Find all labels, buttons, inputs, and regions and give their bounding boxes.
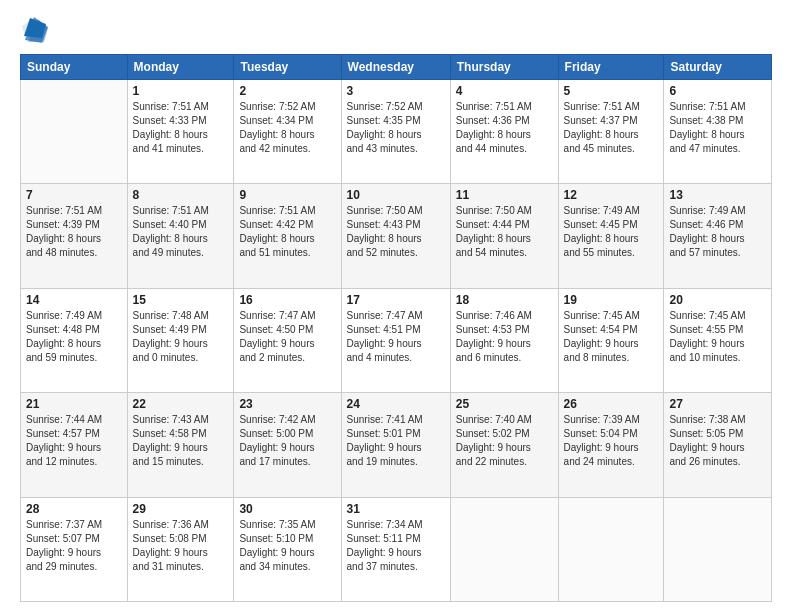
day-info: Sunrise: 7:51 AM Sunset: 4:39 PM Dayligh… <box>26 204 122 260</box>
day-number: 7 <box>26 188 122 202</box>
calendar-table: SundayMondayTuesdayWednesdayThursdayFrid… <box>20 54 772 602</box>
week-row-3: 21Sunrise: 7:44 AM Sunset: 4:57 PM Dayli… <box>21 393 772 497</box>
day-number: 30 <box>239 502 335 516</box>
svg-marker-3 <box>24 18 46 38</box>
calendar-cell: 22Sunrise: 7:43 AM Sunset: 4:58 PM Dayli… <box>127 393 234 497</box>
header-day-tuesday: Tuesday <box>234 55 341 80</box>
logo-icon <box>20 16 48 44</box>
day-number: 6 <box>669 84 766 98</box>
day-number: 19 <box>564 293 659 307</box>
calendar-cell: 11Sunrise: 7:50 AM Sunset: 4:44 PM Dayli… <box>450 184 558 288</box>
day-info: Sunrise: 7:50 AM Sunset: 4:43 PM Dayligh… <box>347 204 445 260</box>
calendar-cell: 19Sunrise: 7:45 AM Sunset: 4:54 PM Dayli… <box>558 288 664 392</box>
header-day-saturday: Saturday <box>664 55 772 80</box>
day-number: 20 <box>669 293 766 307</box>
header <box>20 16 772 44</box>
day-number: 9 <box>239 188 335 202</box>
day-number: 25 <box>456 397 553 411</box>
calendar-cell: 25Sunrise: 7:40 AM Sunset: 5:02 PM Dayli… <box>450 393 558 497</box>
day-info: Sunrise: 7:45 AM Sunset: 4:54 PM Dayligh… <box>564 309 659 365</box>
calendar-cell: 3Sunrise: 7:52 AM Sunset: 4:35 PM Daylig… <box>341 80 450 184</box>
day-info: Sunrise: 7:51 AM Sunset: 4:33 PM Dayligh… <box>133 100 229 156</box>
calendar-cell: 14Sunrise: 7:49 AM Sunset: 4:48 PM Dayli… <box>21 288 128 392</box>
calendar-cell: 29Sunrise: 7:36 AM Sunset: 5:08 PM Dayli… <box>127 497 234 601</box>
day-info: Sunrise: 7:45 AM Sunset: 4:55 PM Dayligh… <box>669 309 766 365</box>
calendar-cell: 23Sunrise: 7:42 AM Sunset: 5:00 PM Dayli… <box>234 393 341 497</box>
day-info: Sunrise: 7:49 AM Sunset: 4:48 PM Dayligh… <box>26 309 122 365</box>
week-row-4: 28Sunrise: 7:37 AM Sunset: 5:07 PM Dayli… <box>21 497 772 601</box>
day-info: Sunrise: 7:49 AM Sunset: 4:46 PM Dayligh… <box>669 204 766 260</box>
header-day-wednesday: Wednesday <box>341 55 450 80</box>
day-info: Sunrise: 7:36 AM Sunset: 5:08 PM Dayligh… <box>133 518 229 574</box>
day-info: Sunrise: 7:52 AM Sunset: 4:35 PM Dayligh… <box>347 100 445 156</box>
day-info: Sunrise: 7:51 AM Sunset: 4:36 PM Dayligh… <box>456 100 553 156</box>
calendar-cell: 24Sunrise: 7:41 AM Sunset: 5:01 PM Dayli… <box>341 393 450 497</box>
day-number: 24 <box>347 397 445 411</box>
day-number: 18 <box>456 293 553 307</box>
calendar-cell: 6Sunrise: 7:51 AM Sunset: 4:38 PM Daylig… <box>664 80 772 184</box>
day-number: 29 <box>133 502 229 516</box>
day-info: Sunrise: 7:51 AM Sunset: 4:40 PM Dayligh… <box>133 204 229 260</box>
header-day-friday: Friday <box>558 55 664 80</box>
day-number: 12 <box>564 188 659 202</box>
day-info: Sunrise: 7:47 AM Sunset: 4:51 PM Dayligh… <box>347 309 445 365</box>
day-info: Sunrise: 7:43 AM Sunset: 4:58 PM Dayligh… <box>133 413 229 469</box>
calendar-cell <box>21 80 128 184</box>
calendar-cell: 8Sunrise: 7:51 AM Sunset: 4:40 PM Daylig… <box>127 184 234 288</box>
calendar-cell: 26Sunrise: 7:39 AM Sunset: 5:04 PM Dayli… <box>558 393 664 497</box>
calendar-cell: 4Sunrise: 7:51 AM Sunset: 4:36 PM Daylig… <box>450 80 558 184</box>
day-number: 26 <box>564 397 659 411</box>
calendar-cell: 27Sunrise: 7:38 AM Sunset: 5:05 PM Dayli… <box>664 393 772 497</box>
calendar-cell: 10Sunrise: 7:50 AM Sunset: 4:43 PM Dayli… <box>341 184 450 288</box>
day-number: 10 <box>347 188 445 202</box>
day-info: Sunrise: 7:41 AM Sunset: 5:01 PM Dayligh… <box>347 413 445 469</box>
day-number: 8 <box>133 188 229 202</box>
calendar-cell: 16Sunrise: 7:47 AM Sunset: 4:50 PM Dayli… <box>234 288 341 392</box>
day-number: 3 <box>347 84 445 98</box>
day-info: Sunrise: 7:49 AM Sunset: 4:45 PM Dayligh… <box>564 204 659 260</box>
day-info: Sunrise: 7:40 AM Sunset: 5:02 PM Dayligh… <box>456 413 553 469</box>
day-info: Sunrise: 7:51 AM Sunset: 4:42 PM Dayligh… <box>239 204 335 260</box>
calendar-cell: 20Sunrise: 7:45 AM Sunset: 4:55 PM Dayli… <box>664 288 772 392</box>
header-day-sunday: Sunday <box>21 55 128 80</box>
calendar-cell: 15Sunrise: 7:48 AM Sunset: 4:49 PM Dayli… <box>127 288 234 392</box>
day-info: Sunrise: 7:42 AM Sunset: 5:00 PM Dayligh… <box>239 413 335 469</box>
header-day-thursday: Thursday <box>450 55 558 80</box>
day-info: Sunrise: 7:38 AM Sunset: 5:05 PM Dayligh… <box>669 413 766 469</box>
calendar-cell: 2Sunrise: 7:52 AM Sunset: 4:34 PM Daylig… <box>234 80 341 184</box>
calendar-cell: 18Sunrise: 7:46 AM Sunset: 4:53 PM Dayli… <box>450 288 558 392</box>
day-number: 1 <box>133 84 229 98</box>
week-row-1: 7Sunrise: 7:51 AM Sunset: 4:39 PM Daylig… <box>21 184 772 288</box>
week-row-2: 14Sunrise: 7:49 AM Sunset: 4:48 PM Dayli… <box>21 288 772 392</box>
day-info: Sunrise: 7:50 AM Sunset: 4:44 PM Dayligh… <box>456 204 553 260</box>
calendar-cell <box>664 497 772 601</box>
day-number: 13 <box>669 188 766 202</box>
day-info: Sunrise: 7:37 AM Sunset: 5:07 PM Dayligh… <box>26 518 122 574</box>
day-number: 5 <box>564 84 659 98</box>
calendar-cell: 12Sunrise: 7:49 AM Sunset: 4:45 PM Dayli… <box>558 184 664 288</box>
day-info: Sunrise: 7:46 AM Sunset: 4:53 PM Dayligh… <box>456 309 553 365</box>
calendar-cell: 7Sunrise: 7:51 AM Sunset: 4:39 PM Daylig… <box>21 184 128 288</box>
calendar-cell: 13Sunrise: 7:49 AM Sunset: 4:46 PM Dayli… <box>664 184 772 288</box>
calendar-cell: 28Sunrise: 7:37 AM Sunset: 5:07 PM Dayli… <box>21 497 128 601</box>
header-row: SundayMondayTuesdayWednesdayThursdayFrid… <box>21 55 772 80</box>
calendar-cell: 21Sunrise: 7:44 AM Sunset: 4:57 PM Dayli… <box>21 393 128 497</box>
day-info: Sunrise: 7:51 AM Sunset: 4:38 PM Dayligh… <box>669 100 766 156</box>
calendar-cell: 9Sunrise: 7:51 AM Sunset: 4:42 PM Daylig… <box>234 184 341 288</box>
week-row-0: 1Sunrise: 7:51 AM Sunset: 4:33 PM Daylig… <box>21 80 772 184</box>
day-number: 11 <box>456 188 553 202</box>
day-number: 17 <box>347 293 445 307</box>
logo <box>20 16 52 44</box>
day-info: Sunrise: 7:48 AM Sunset: 4:49 PM Dayligh… <box>133 309 229 365</box>
calendar-cell: 31Sunrise: 7:34 AM Sunset: 5:11 PM Dayli… <box>341 497 450 601</box>
day-number: 15 <box>133 293 229 307</box>
calendar-cell <box>450 497 558 601</box>
day-number: 2 <box>239 84 335 98</box>
page: SundayMondayTuesdayWednesdayThursdayFrid… <box>0 0 792 612</box>
day-number: 16 <box>239 293 335 307</box>
calendar-cell: 17Sunrise: 7:47 AM Sunset: 4:51 PM Dayli… <box>341 288 450 392</box>
day-number: 23 <box>239 397 335 411</box>
calendar-cell: 5Sunrise: 7:51 AM Sunset: 4:37 PM Daylig… <box>558 80 664 184</box>
day-info: Sunrise: 7:51 AM Sunset: 4:37 PM Dayligh… <box>564 100 659 156</box>
calendar-cell: 1Sunrise: 7:51 AM Sunset: 4:33 PM Daylig… <box>127 80 234 184</box>
